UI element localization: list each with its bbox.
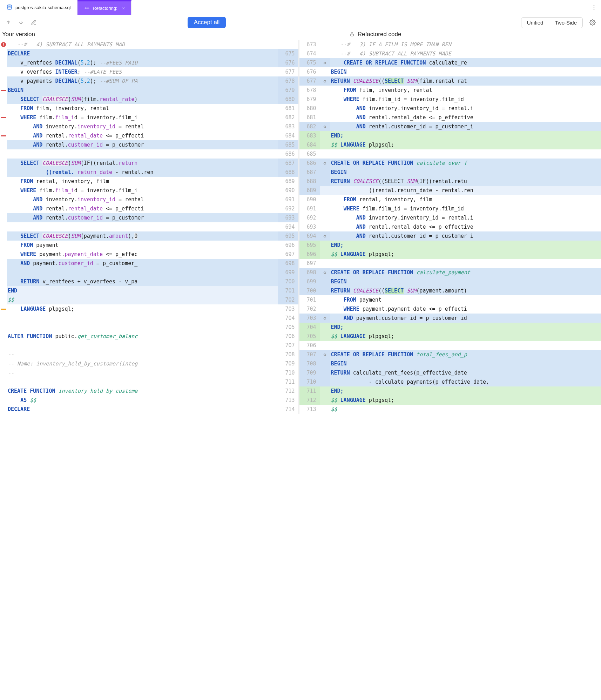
right-code[interactable]: AND rental.customer_id = p_customer_i	[330, 231, 601, 241]
left-code[interactable]: SELECT COALESCE(SUM(IF((rental.return	[7, 159, 278, 168]
left-code[interactable]: AND rental.customer_id = p_customer	[7, 213, 278, 222]
left-code[interactable]: AND rental.rental_date <= p_effecti	[7, 204, 278, 213]
right-code[interactable]: BEGIN	[330, 277, 601, 286]
right-code[interactable]: CREATE OR REPLACE FUNCTION calculate_ove…	[330, 159, 601, 168]
right-code[interactable]: END;	[330, 131, 601, 140]
left-code[interactable]: AND rental.customer_id = p_customer	[7, 140, 278, 149]
left-code[interactable]: WHERE film.film_id = inventory.film_i	[7, 113, 278, 122]
left-code[interactable]: v_overfees INTEGER; --#LATE FEES	[7, 67, 278, 76]
left-code[interactable]: SELECT COALESCE(SUM(film.rental_rate)	[7, 95, 278, 104]
right-code[interactable]	[330, 259, 601, 268]
left-code[interactable]: BEGIN	[7, 86, 278, 95]
left-code[interactable]: AND payment.customer_id = p_customer_	[7, 259, 278, 268]
right-code[interactable]: FROM payment	[330, 295, 601, 304]
right-code[interactable]: BEGIN	[330, 359, 601, 368]
left-code[interactable]	[7, 314, 278, 323]
next-diff-icon[interactable]	[16, 18, 26, 27]
left-code[interactable]	[7, 323, 278, 332]
right-code[interactable]: WHERE payment.payment_date <= p_effecti	[330, 304, 601, 314]
right-code[interactable]: FROM rental, inventory, film	[330, 195, 601, 204]
left-code[interactable]: ALTER FUNCTION public.get_customer_balan…	[7, 332, 278, 341]
right-code[interactable]: END;	[330, 241, 601, 250]
left-code[interactable]	[7, 341, 278, 350]
apply-chunk-icon[interactable]: «	[320, 122, 330, 131]
right-code[interactable]: CREATE OR REPLACE FUNCTION calculate_pay…	[330, 268, 601, 277]
apply-chunk-icon[interactable]: «	[320, 268, 330, 277]
right-code[interactable]: WHERE film.film_id = inventory.film_id	[330, 204, 601, 213]
right-code[interactable]: --# 3) IF A FILM IS MORE THAN REN	[330, 40, 601, 49]
right-code[interactable]: $$	[330, 405, 601, 414]
right-code[interactable]	[330, 149, 601, 159]
left-code[interactable]: v_rentfees DECIMAL(5,2); --#FEES PAID	[7, 58, 278, 67]
apply-chunk-icon[interactable]: «	[320, 159, 330, 168]
left-code[interactable]	[7, 268, 278, 277]
right-code[interactable]: RETURN COALESCE((SELECT SUM(payment.amou…	[330, 286, 601, 295]
left-code[interactable]: --	[7, 368, 278, 377]
right-code[interactable]: $$ LANGUAGE plpgsql;	[330, 250, 601, 259]
right-code[interactable]: END;	[330, 386, 601, 396]
apply-chunk-icon[interactable]: «	[320, 231, 330, 241]
left-code[interactable]: AS $$	[7, 396, 278, 405]
diff-viewer[interactable]: ! --# 4) SUBTRACT ALL PAYMENTS MAD673 --…	[0, 40, 601, 414]
right-code[interactable]: BEGIN	[330, 168, 601, 177]
accept-all-button[interactable]: Accept all	[188, 17, 226, 28]
gear-icon[interactable]	[588, 18, 597, 27]
two-side-button[interactable]: Two-Side	[549, 18, 582, 28]
right-code[interactable]: $$ LANGUAGE plpgsql;	[330, 396, 601, 405]
left-code[interactable]: FROM rental, inventory, film	[7, 177, 278, 186]
close-icon[interactable]: ×	[122, 6, 125, 11]
left-code[interactable]: -- Name: inventory_held_by_customer(inte…	[7, 359, 278, 368]
right-code[interactable]: END;	[330, 323, 601, 332]
left-code[interactable]: SELECT COALESCE(SUM(payment.amount),0	[7, 231, 278, 241]
prev-diff-icon[interactable]	[4, 18, 13, 27]
left-code[interactable]: AND rental.rental_date <= p_effecti	[7, 131, 278, 140]
right-code[interactable]: --# 4) SUBTRACT ALL PAYMENTS MADE	[330, 49, 601, 58]
right-code[interactable]: AND payment.customer_id = p_customer_id	[330, 314, 601, 323]
tab-refactoring[interactable]: Refactoring: ×	[77, 0, 132, 15]
right-code[interactable]: RETURN COALESCE((SELECT SUM(IF((rental.r…	[330, 177, 601, 186]
right-code[interactable]: FROM film, inventory, rental	[330, 86, 601, 95]
right-code[interactable]: $$ LANGUAGE plpgsql;	[330, 332, 601, 341]
tab-file[interactable]: postgres-sakila-schema.sql	[0, 0, 77, 15]
left-code[interactable]	[7, 149, 278, 159]
right-code[interactable]: CREATE OR REPLACE FUNCTION calculate_re	[330, 58, 601, 67]
left-code[interactable]: WHERE payment.payment_date <= p_effec	[7, 250, 278, 259]
right-code[interactable]: WHERE film.film_id = inventory.film_id	[330, 95, 601, 104]
right-code[interactable]: - calculate_payments(p_effective_date,	[330, 377, 601, 386]
left-code[interactable]: LANGUAGE plpgsql;	[7, 304, 278, 314]
left-code[interactable]	[7, 222, 278, 231]
right-code[interactable]	[330, 341, 601, 350]
right-code[interactable]: BEGIN	[330, 67, 601, 76]
edit-icon[interactable]	[29, 18, 39, 27]
left-code[interactable]: RETURN v_rentfees + v_overfees - v_pa	[7, 277, 278, 286]
apply-chunk-icon[interactable]: «	[320, 314, 330, 323]
right-code[interactable]: $$ LANGUAGE plpgsql;	[330, 140, 601, 149]
right-code[interactable]: AND inventory.inventory_id = rental.i	[330, 104, 601, 113]
left-code[interactable]: WHERE film.film_id = inventory.film_i	[7, 186, 278, 195]
right-code[interactable]: RETURN COALESCE((SELECT SUM(film.rental_…	[330, 76, 601, 86]
kebab-menu-icon[interactable]	[587, 0, 601, 15]
left-code[interactable]: FROM film, inventory, rental	[7, 104, 278, 113]
left-code[interactable]: AND inventory.inventory_id = rental	[7, 122, 278, 131]
apply-chunk-icon[interactable]: «	[320, 58, 330, 67]
left-code[interactable]: FROM payment	[7, 241, 278, 250]
left-code[interactable]: --	[7, 350, 278, 359]
apply-chunk-icon[interactable]: «	[320, 350, 330, 359]
left-code[interactable]: AND inventory.inventory_id = rental	[7, 195, 278, 204]
left-code[interactable]: DECLARE	[7, 49, 278, 58]
left-code[interactable]: END	[7, 286, 278, 295]
left-code[interactable]: DECLARE	[7, 405, 278, 414]
right-code[interactable]: AND rental.rental_date <= p_effective	[330, 222, 601, 231]
right-code[interactable]: AND rental.customer_id = p_customer_i	[330, 122, 601, 131]
left-code[interactable]: ((rental. return_date - rental.ren	[7, 168, 278, 177]
right-code[interactable]: AND rental.rental_date <= p_effective	[330, 113, 601, 122]
right-code[interactable]: CREATE OR REPLACE FUNCTION total_fees_an…	[330, 350, 601, 359]
apply-chunk-icon[interactable]: «	[320, 76, 330, 86]
right-code[interactable]: AND inventory.inventory_id = rental.i	[330, 213, 601, 222]
left-code[interactable]: v_payments DECIMAL(5,2); --#SUM OF PA	[7, 76, 278, 86]
unified-button[interactable]: Unified	[521, 18, 549, 28]
left-code[interactable]: --# 4) SUBTRACT ALL PAYMENTS MAD	[7, 40, 278, 49]
left-code[interactable]	[7, 377, 278, 386]
left-code[interactable]: $$	[7, 295, 278, 304]
right-code[interactable]: ((rental.return_date - rental.ren	[330, 186, 601, 195]
